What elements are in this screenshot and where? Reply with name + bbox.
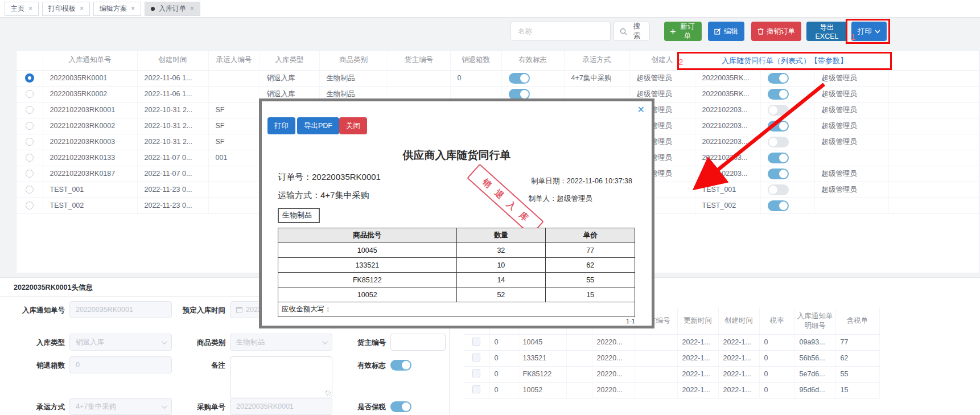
made-by-line: 制单人：超级管理员 xyxy=(529,194,593,204)
detail-table-row[interactable]: 013352120220...2022-1...2022-1...056b56.… xyxy=(464,350,879,366)
detail-cell: 0 xyxy=(489,382,518,398)
cell-select[interactable] xyxy=(17,166,43,182)
row-radio[interactable] xyxy=(25,73,34,83)
row-radio[interactable] xyxy=(26,170,34,178)
detail-column-header: 创建时间 xyxy=(718,308,759,334)
remark-label: 备注 xyxy=(171,361,225,371)
detail-cell: 0 xyxy=(759,366,794,382)
new-order-button[interactable]: 新订单 xyxy=(664,22,702,41)
return-boxes-field[interactable]: 0 xyxy=(69,356,172,373)
column-header: 承运人编号 xyxy=(208,51,260,70)
detail-cell xyxy=(566,366,592,382)
print-menu-item[interactable]: 入库随货同行单（列表式）【带参数】 xyxy=(722,56,847,66)
detail-cell xyxy=(635,382,677,398)
row-radio[interactable] xyxy=(26,90,34,98)
doc-cell: 14 xyxy=(456,273,546,287)
cell-select[interactable] xyxy=(17,182,43,198)
table-row[interactable]: 20220035RK00012022-11-06 1...销退入库生物制品04+… xyxy=(17,70,979,86)
document-preview-modal: ✕ 打印 导出PDF 关闭 供应商入库随货同行单 订单号：20220035RK0… xyxy=(259,98,654,328)
modal-export-pdf-button[interactable]: 导出PDF xyxy=(297,117,339,134)
purchase-no-value: 20220035RK0001 xyxy=(236,402,294,410)
cell-carrier: SF xyxy=(208,118,260,134)
row-checkbox[interactable] xyxy=(472,338,480,346)
row-toggle-on[interactable] xyxy=(509,89,530,100)
close-tab-icon[interactable]: × xyxy=(28,5,32,12)
annotation-arrow xyxy=(687,77,830,195)
cell-select[interactable] xyxy=(17,86,43,102)
cell-filler xyxy=(888,118,979,134)
search-button[interactable]: 搜索 xyxy=(613,22,650,41)
row-radio[interactable] xyxy=(26,138,34,146)
purchase-no-field[interactable]: 20220035RK0001 xyxy=(230,398,332,415)
doc-cell: 62 xyxy=(546,258,635,273)
cell-created: 2022-10-31 2... xyxy=(137,134,208,150)
close-tab-icon[interactable]: × xyxy=(190,5,194,12)
modal-close-button[interactable]: 关闭 xyxy=(339,117,367,134)
cell-created: 2022-11-07 0... xyxy=(137,166,208,182)
row-radio[interactable] xyxy=(26,186,34,194)
row-toggle-on[interactable] xyxy=(509,73,530,84)
type-select[interactable]: 销退入库 xyxy=(69,334,172,351)
row-radio[interactable] xyxy=(26,106,34,114)
row-toggle-on[interactable] xyxy=(768,200,789,211)
cell-filler xyxy=(888,198,979,213)
cell-carrier: 001 xyxy=(208,150,260,166)
cell-select[interactable] xyxy=(17,150,43,166)
close-tab-icon[interactable]: × xyxy=(131,5,135,12)
notice-no-field[interactable]: 20220035RK0001 xyxy=(69,301,172,318)
column-header: 承运方式 xyxy=(564,51,629,70)
document-page-indicator: 1-1 xyxy=(278,318,635,324)
close-icon[interactable]: ✕ xyxy=(637,104,645,115)
row-radio[interactable] xyxy=(26,154,34,162)
remark-textarea[interactable] xyxy=(230,356,332,397)
category-select[interactable]: 生物制品 xyxy=(230,334,332,351)
cell-select[interactable] xyxy=(17,102,43,118)
select-caret-icon xyxy=(162,403,167,409)
select-caret-icon xyxy=(322,339,328,344)
doc-column-header: 单价 xyxy=(546,228,635,243)
cell-checkbox[interactable] xyxy=(464,350,489,366)
resize-handle[interactable] xyxy=(326,391,331,396)
tab-编辑方案[interactable]: 编辑方案× xyxy=(93,2,141,16)
row-radio[interactable] xyxy=(26,202,34,209)
cell-transport: 4+7集中采购 xyxy=(564,70,629,86)
detail-table-row[interactable]: 0FK8512220220...2022-1...2022-1...05e7d6… xyxy=(464,366,879,382)
detail-cell: 0 xyxy=(759,382,794,398)
notice-no-label: 入库通知单号 xyxy=(10,306,65,315)
close-tab-icon[interactable]: × xyxy=(80,5,84,12)
cell-order-no: 2022102203RK0003 xyxy=(43,134,137,150)
transport-select[interactable]: 4+7集中采购 xyxy=(69,398,172,415)
cell-created: 2022-11-23 0... xyxy=(137,198,208,213)
cell-select[interactable] xyxy=(17,134,43,150)
row-checkbox[interactable] xyxy=(472,354,480,361)
tab-主页[interactable]: 主页× xyxy=(5,2,39,16)
detail-cell: 20220... xyxy=(592,366,635,382)
detail-cell: 133521 xyxy=(518,350,566,366)
document-title: 供应商入库随货同行单 xyxy=(262,148,652,163)
valid-flag-toggle[interactable] xyxy=(390,360,411,371)
export-excel-button[interactable]: 导出EXCEL xyxy=(806,22,847,41)
search-input[interactable] xyxy=(510,22,611,41)
cell-select[interactable] xyxy=(17,70,43,86)
valid-flag-label: 有效标志 xyxy=(331,361,386,371)
row-checkbox[interactable] xyxy=(472,369,480,377)
tab-打印模板[interactable]: 打印模板× xyxy=(42,2,90,16)
cell-checkbox[interactable] xyxy=(464,382,489,398)
edit-button[interactable]: 编辑 xyxy=(708,22,744,41)
detail-table-row[interactable]: 01004520220...2022-1...2022-1...009a93..… xyxy=(464,334,879,350)
row-radio[interactable] xyxy=(26,122,34,130)
cell-checkbox[interactable] xyxy=(464,366,489,382)
cell-checkbox[interactable] xyxy=(464,334,489,350)
cell-select[interactable] xyxy=(17,118,43,134)
cancel-order-button[interactable]: 撤销订单 xyxy=(751,22,801,41)
detail-table-row[interactable]: 01005220220...2022-1...2022-1...095d6d..… xyxy=(464,382,879,398)
cell-order-no: 2022102203RK0187 xyxy=(43,166,137,182)
bonded-toggle[interactable] xyxy=(390,401,411,412)
row-checkbox[interactable] xyxy=(472,385,480,393)
detail-cell: 5e7d6... xyxy=(794,366,835,382)
cell-select[interactable] xyxy=(17,198,43,213)
cell-carrier xyxy=(208,86,260,102)
owner-field[interactable] xyxy=(390,334,446,351)
tab-入库订单[interactable]: 入库订单× xyxy=(145,2,200,16)
modal-print-button[interactable]: 打印 xyxy=(267,117,295,134)
